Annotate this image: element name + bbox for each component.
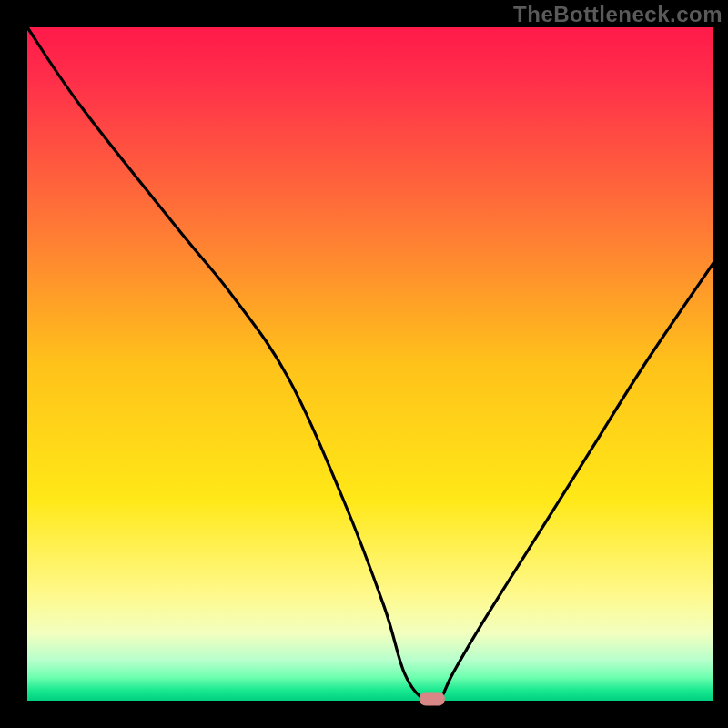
plot-background — [27, 27, 713, 701]
optimal-marker — [420, 693, 445, 706]
chart-svg — [0, 0, 728, 728]
watermark-text: TheBottleneck.com — [513, 2, 723, 27]
chart-container: TheBottleneck.com — [0, 0, 728, 728]
